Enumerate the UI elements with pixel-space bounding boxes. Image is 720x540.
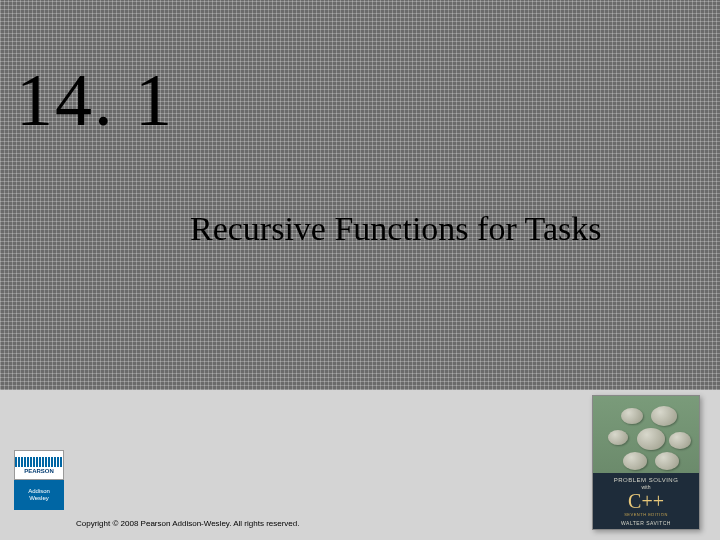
stone-icon: [623, 452, 647, 470]
stone-icon: [608, 430, 628, 445]
book-cover: PROBLEM SOLVING with C++ SEVENTH EDITION…: [592, 395, 700, 530]
book-language: C++: [593, 491, 699, 511]
copyright-text: Copyright © 2008 Pearson Addison-Wesley.…: [76, 519, 300, 528]
imprint-line2: Wesley: [29, 495, 49, 502]
stone-icon: [655, 452, 679, 470]
pearson-logo-bottom: Addison Wesley: [14, 480, 64, 510]
book-title-block: PROBLEM SOLVING with C++ SEVENTH EDITION…: [593, 473, 699, 529]
book-edition: SEVENTH EDITION: [593, 512, 699, 517]
section-number: 14. 1: [16, 58, 174, 143]
stone-icon: [637, 428, 665, 450]
book-title-line1: PROBLEM SOLVING: [593, 477, 699, 483]
book-author: WALTER SAVITCH: [593, 520, 699, 526]
pearson-logo: PEARSON Addison Wesley: [14, 450, 64, 512]
section-title: Recursive Functions for Tasks: [190, 210, 602, 248]
imprint-line1: Addison: [28, 488, 50, 495]
stones-illustration: [593, 404, 699, 474]
stone-icon: [669, 432, 691, 449]
stone-icon: [651, 406, 677, 426]
footer-area: PEARSON Addison Wesley PROBLEM SOLVING w…: [0, 390, 720, 540]
stone-icon: [621, 408, 643, 424]
publisher-name: PEARSON: [24, 468, 54, 474]
pearson-stripes-icon: [15, 457, 63, 467]
pearson-logo-top: PEARSON: [14, 450, 64, 480]
